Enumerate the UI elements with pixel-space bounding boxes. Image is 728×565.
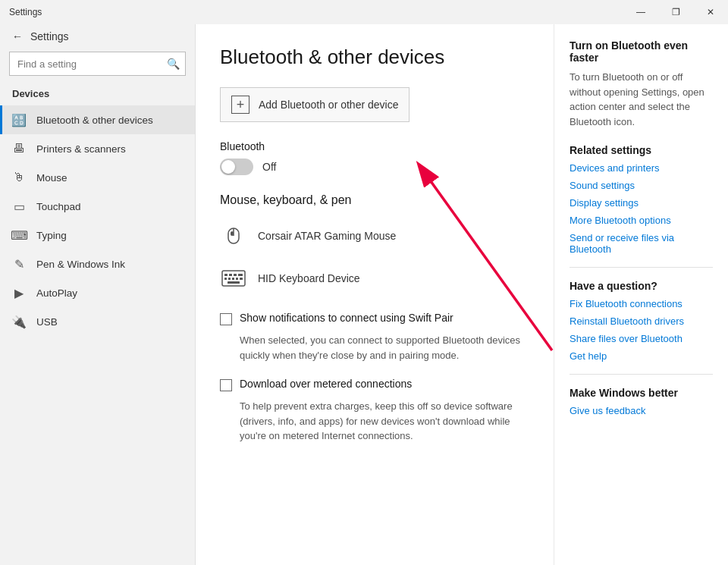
keyboard-device-icon bbox=[220, 265, 247, 292]
link-sound[interactable]: Sound settings bbox=[570, 180, 713, 191]
svg-rect-7 bbox=[238, 274, 243, 276]
metered-desc: To help prevent extra charges, keep this… bbox=[240, 399, 529, 444]
bluetooth-toggle[interactable] bbox=[220, 159, 253, 175]
link-display[interactable]: Display settings bbox=[570, 197, 713, 209]
link-send-receive[interactable]: Send or receive files via Bluetooth bbox=[570, 232, 713, 255]
metered-label: Download over metered connections bbox=[240, 378, 412, 390]
sidebar: ← Settings 🔍 Devices 🔠 Bluetooth & other… bbox=[0, 24, 196, 565]
swift-pair-row: Show notifications to connect using Swif… bbox=[220, 312, 529, 325]
mouse-device-icon bbox=[220, 222, 247, 250]
bluetooth-section-label: Bluetooth bbox=[220, 140, 529, 152]
right-panel: Turn on Bluetooth even faster To turn Bl… bbox=[554, 24, 728, 565]
right-divider-1 bbox=[570, 267, 713, 268]
improve-title: Make Windows better bbox=[570, 387, 713, 399]
content-wrapper: Bluetooth & other devices + Add Bluetoot… bbox=[196, 24, 728, 565]
link-get-help[interactable]: Get help bbox=[570, 350, 713, 362]
keyboard-device-name: HID Keyboard Device bbox=[258, 272, 360, 284]
sidebar-item-label: Bluetooth & other devices bbox=[36, 115, 153, 126]
main-panel: Bluetooth & other devices + Add Bluetoot… bbox=[196, 24, 554, 565]
svg-rect-5 bbox=[229, 274, 232, 276]
sidebar-item-label: Touchpad bbox=[36, 201, 81, 212]
toggle-knob bbox=[221, 160, 235, 174]
sidebar-item-printers[interactable]: 🖶 Printers & scanners bbox=[0, 134, 195, 163]
svg-rect-6 bbox=[234, 274, 237, 276]
svg-rect-10 bbox=[232, 278, 234, 280]
svg-rect-4 bbox=[224, 274, 228, 276]
link-devices-printers[interactable]: Devices and printers bbox=[570, 162, 713, 174]
touchpad-icon: ▭ bbox=[12, 199, 26, 213]
add-device-label: Add Bluetooth or other device bbox=[259, 99, 398, 111]
autoplay-icon: ▶ bbox=[12, 286, 26, 300]
sidebar-item-label: Typing bbox=[36, 230, 67, 241]
svg-rect-2 bbox=[231, 231, 234, 236]
sidebar-item-label: Pen & Windows Ink bbox=[36, 259, 125, 270]
printer-icon: 🖶 bbox=[12, 142, 26, 155]
related-title: Related settings bbox=[570, 144, 713, 156]
svg-rect-9 bbox=[228, 278, 231, 280]
svg-rect-11 bbox=[236, 278, 238, 280]
sidebar-item-label: USB bbox=[36, 316, 58, 328]
link-fix-bt[interactable]: Fix Bluetooth connections bbox=[570, 298, 713, 309]
back-icon: ← bbox=[12, 30, 23, 42]
search-icon: 🔍 bbox=[167, 58, 180, 70]
pen-icon: ✎ bbox=[12, 257, 26, 271]
tip-text: To turn Bluetooth on or off without open… bbox=[570, 70, 713, 129]
sidebar-section-label: Devices bbox=[0, 85, 195, 105]
question-title: Have a question? bbox=[570, 280, 713, 292]
sidebar-back-button[interactable]: ← Settings bbox=[0, 24, 195, 49]
minimize-button[interactable]: — bbox=[623, 0, 658, 24]
swift-pair-desc: When selected, you can connect to suppor… bbox=[240, 333, 529, 363]
swift-pair-checkbox[interactable] bbox=[220, 313, 232, 325]
swift-pair-label: Show notifications to connect using Swif… bbox=[240, 312, 453, 324]
close-button[interactable]: ✕ bbox=[693, 0, 728, 24]
add-device-button[interactable]: + Add Bluetooth or other device bbox=[220, 87, 410, 122]
sidebar-item-label: Printers & scanners bbox=[36, 143, 126, 155]
sidebar-item-label: Mouse bbox=[36, 172, 67, 184]
sidebar-back-label: Settings bbox=[30, 30, 69, 42]
usb-icon: 🔌 bbox=[12, 315, 26, 328]
svg-rect-13 bbox=[228, 281, 240, 284]
link-share-files[interactable]: Share files over Bluetooth bbox=[570, 333, 713, 344]
sidebar-item-autoplay[interactable]: ▶ AutoPlay bbox=[0, 278, 195, 307]
titlebar-title: Settings bbox=[9, 7, 42, 17]
bluetooth-state-label: Off bbox=[262, 161, 276, 173]
sidebar-item-typing[interactable]: ⌨ Typing bbox=[0, 221, 195, 250]
titlebar: Settings — ❐ ✕ bbox=[0, 0, 728, 24]
search-input[interactable] bbox=[9, 52, 186, 76]
typing-icon: ⌨ bbox=[12, 228, 26, 242]
tip-title: Turn on Bluetooth even faster bbox=[570, 39, 713, 64]
corsair-device-name: Corsair ATAR Gaming Mouse bbox=[258, 230, 396, 242]
link-more-bt[interactable]: More Bluetooth options bbox=[570, 215, 713, 226]
sidebar-item-mouse[interactable]: 🖰 Mouse bbox=[0, 163, 195, 192]
metered-checkbox[interactable] bbox=[220, 379, 232, 391]
sidebar-item-bluetooth[interactable]: 🔠 Bluetooth & other devices bbox=[0, 105, 195, 134]
app-body: ← Settings 🔍 Devices 🔠 Bluetooth & other… bbox=[0, 24, 728, 565]
link-feedback[interactable]: Give us feedback bbox=[570, 405, 713, 416]
mouse-section-title: Mouse, keyboard, & pen bbox=[220, 193, 529, 207]
svg-rect-12 bbox=[240, 278, 243, 280]
sidebar-item-pen[interactable]: ✎ Pen & Windows Ink bbox=[0, 250, 195, 278]
right-divider-2 bbox=[570, 374, 713, 375]
link-reinstall[interactable]: Reinstall Bluetooth drivers bbox=[570, 315, 713, 327]
titlebar-controls: — ❐ ✕ bbox=[623, 0, 728, 24]
sidebar-item-usb[interactable]: 🔌 USB bbox=[0, 307, 195, 336]
svg-rect-8 bbox=[224, 278, 227, 280]
device-item-corsair: Corsair ATAR Gaming Mouse bbox=[220, 218, 529, 254]
metered-row: Download over metered connections bbox=[220, 378, 529, 391]
sidebar-item-label: AutoPlay bbox=[36, 287, 77, 299]
page-title: Bluetooth & other devices bbox=[220, 46, 529, 69]
add-icon: + bbox=[231, 96, 249, 114]
maximize-button[interactable]: ❐ bbox=[658, 0, 693, 24]
sidebar-item-touchpad[interactable]: ▭ Touchpad bbox=[0, 192, 195, 221]
bluetooth-toggle-row: Off bbox=[220, 159, 529, 175]
device-item-keyboard: HID Keyboard Device bbox=[220, 260, 529, 297]
mouse-icon: 🖰 bbox=[12, 171, 26, 184]
bluetooth-icon: 🔠 bbox=[12, 113, 26, 127]
sidebar-search-container: 🔍 bbox=[9, 52, 186, 76]
